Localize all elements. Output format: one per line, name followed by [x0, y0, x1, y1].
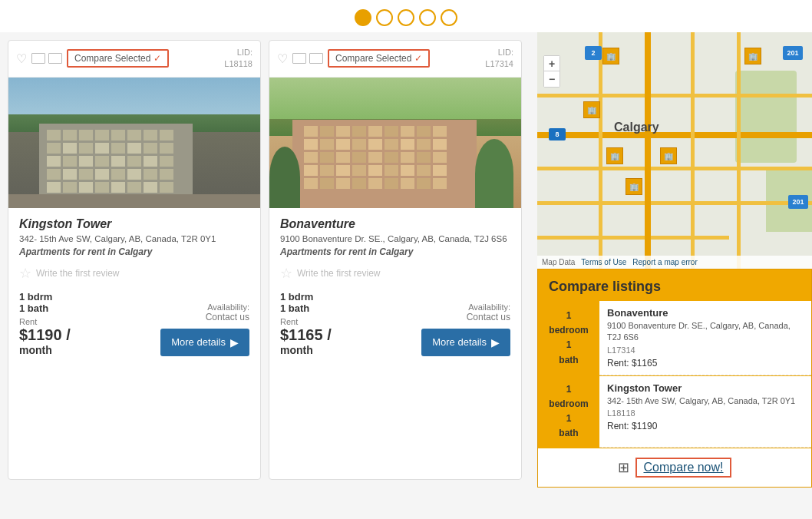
compare-panel: Compare listings 1 bedroom 1 bath Bonave… — [537, 269, 812, 488]
page-wrapper: ♡ Compare Selected ✓ LID: L18118 — [0, 0, 812, 488]
compare-selected-btn-1[interactable]: Compare Selected ✓ — [67, 49, 169, 68]
compare-lid-2: L18118 — [607, 408, 804, 418]
map-icon-1: 🏢 — [602, 48, 619, 64]
card-1-right: Availability: Contact us More details ▶ — [160, 302, 249, 356]
listing-card-1: ♡ Compare Selected ✓ LID: L18118 — [8, 40, 261, 480]
right-panel: Calgary 🏢 🏢 🏢 🏢 🏢 🏢 8 201 201 2 + — [537, 32, 812, 488]
road-badge-2: 2 — [585, 46, 602, 60]
card-2-contact[interactable]: Contact us — [421, 312, 510, 322]
listing-card-2: ♡ Compare Selected ✓ LID: L17314 — [269, 40, 522, 480]
map-icon-6: 🏢 — [626, 178, 642, 195]
card-2-footer: 1 bdrm 1 bath Rent $1165 / month Availab… — [269, 291, 521, 356]
icon-compare-2[interactable] — [309, 53, 323, 64]
compare-badge-1: 1 bedroom 1 bath — [538, 301, 599, 375]
card-2-price: 1 bdrm 1 bath Rent $1165 / month — [280, 291, 332, 356]
compare-addr-2: 342- 15th Ave SW, Calgary, AB, Canada, T… — [607, 395, 804, 407]
card-1-price-value: $1190 / month — [19, 326, 71, 356]
road-badge-201: 201 — [788, 195, 808, 209]
map-icon-2: 🏢 — [744, 48, 761, 64]
map-icon-4: 🏢 — [606, 147, 623, 164]
card-1-image — [8, 78, 260, 208]
map-zoom-controls: + − — [543, 55, 560, 88]
road-badge-201b: 201 — [783, 46, 803, 60]
pag-dot-5[interactable] — [441, 9, 457, 26]
map-data-label: Map Data — [542, 258, 575, 266]
heart-icon-1[interactable]: ♡ — [16, 51, 27, 66]
heart-icon-2[interactable]: ♡ — [277, 51, 288, 66]
pag-dot-2[interactable] — [376, 9, 393, 26]
compare-selected-btn-2[interactable]: Compare Selected ✓ — [328, 49, 430, 68]
card-2-right: Availability: Contact us More details ▶ — [421, 302, 510, 356]
map-background: Calgary 🏢 🏢 🏢 🏢 🏢 🏢 8 201 201 2 + — [537, 32, 812, 269]
card-1-footer: 1 bdrm 1 bath Rent $1190 / month Availab… — [8, 291, 260, 356]
card-1-name: Kingston Tower — [19, 217, 249, 231]
map-area: Calgary 🏢 🏢 🏢 🏢 🏢 🏢 8 201 201 2 + — [537, 32, 812, 269]
card-1-rent-label: Rent — [19, 317, 71, 326]
icon-share-2[interactable] — [292, 53, 306, 64]
map-icon-5: 🏢 — [660, 147, 677, 164]
compare-info-2: Kingston Tower 342- 15th Ave SW, Calgary… — [599, 376, 811, 448]
lid-2: LID: L17314 — [485, 47, 513, 71]
compare-addr-1: 9100 Bonaventure Dr. SE., Calgary, AB, C… — [607, 320, 804, 344]
compare-name-2: Kingston Tower — [607, 382, 804, 394]
compare-now-link[interactable]: Compare now! — [635, 458, 731, 478]
card-2-image — [269, 78, 521, 208]
card-1-contact[interactable]: Contact us — [160, 312, 249, 322]
card-1-address: 342- 15th Ave SW, Calgary, AB, Canada, T… — [19, 234, 249, 243]
card-1-review: ☆ Write the first review — [19, 265, 249, 282]
compare-info-1: Bonaventure 9100 Bonaventure Dr. SE., Ca… — [599, 301, 811, 375]
card-1-bdrm: 1 bdrm 1 bath — [19, 291, 71, 314]
map-zoom-in[interactable]: + — [544, 56, 559, 71]
card-2-address: 9100 Bonaventure Dr. SE., Calgary, AB, C… — [280, 234, 510, 243]
map-report-link[interactable]: Report a map error — [632, 258, 697, 266]
map-terms-link[interactable]: Terms of Use — [581, 258, 626, 266]
card-2-toolbar: ♡ Compare Selected ✓ LID: L17314 — [269, 41, 521, 78]
map-city-label: Calgary — [614, 121, 659, 134]
more-details-btn-2[interactable]: More details ▶ — [421, 329, 510, 356]
card-1-avail: Availability: — [160, 302, 249, 312]
review-text-2: Write the first review — [297, 268, 380, 279]
card-2-type: Apartments for rent in Calgary — [280, 246, 510, 257]
review-text-1: Write the first review — [36, 268, 119, 279]
compare-rent-1: Rent: $1165 — [607, 358, 804, 369]
card-1-price: 1 bdrm 1 bath Rent $1190 / month — [19, 291, 71, 356]
compare-item-1: 1 bedroom 1 bath Bonaventure 9100 Bonave… — [538, 301, 811, 375]
cards-area: ♡ Compare Selected ✓ LID: L18118 — [0, 32, 537, 488]
pagination-circles — [355, 9, 457, 26]
card-1-toolbar: ♡ Compare Selected ✓ LID: L18118 — [8, 41, 260, 78]
compare-now-icon: ⊞ — [618, 459, 629, 476]
card-2-review: ☆ Write the first review — [280, 265, 510, 282]
compare-check-icon-2: ✓ — [414, 53, 422, 64]
card-1-icons — [31, 53, 62, 64]
compare-selected-label-1: Compare Selected — [74, 53, 150, 64]
pag-dot-4[interactable] — [419, 9, 436, 26]
arrow-icon-1: ▶ — [230, 336, 239, 349]
map-zoom-out[interactable]: − — [544, 71, 559, 87]
arrow-icon-2: ▶ — [491, 336, 500, 349]
card-1-body: Kingston Tower 342- 15th Ave SW, Calgary… — [8, 208, 260, 282]
card-2-name: Bonaventure — [280, 217, 510, 231]
main-layout: ♡ Compare Selected ✓ LID: L18118 — [0, 32, 812, 488]
compare-now-section: ⊞ Compare now! — [538, 448, 811, 487]
card-2-price-value: $1165 / month — [280, 326, 332, 356]
compare-panel-header: Compare listings — [538, 269, 811, 301]
pagination-bar — [0, 0, 812, 32]
card-1-type: Apartments for rent in Calgary — [19, 246, 249, 257]
compare-badge-2: 1 bedroom 1 bath — [538, 376, 599, 448]
pag-dot-1[interactable] — [355, 9, 371, 26]
pag-dot-3[interactable] — [398, 9, 414, 26]
star-icon-1[interactable]: ☆ — [19, 265, 31, 282]
star-icon-2[interactable]: ☆ — [280, 265, 292, 282]
lid-1: LID: L18118 — [224, 47, 253, 71]
more-details-btn-1[interactable]: More details ▶ — [160, 329, 249, 356]
icon-compare-1[interactable] — [48, 53, 62, 64]
compare-item-2: 1 bedroom 1 bath Kingston Tower 342- 15t… — [538, 376, 811, 448]
icon-share-1[interactable] — [31, 53, 45, 64]
compare-rent-2: Rent: $1190 — [607, 421, 804, 431]
card-2-body: Bonaventure 9100 Bonaventure Dr. SE., Ca… — [269, 208, 521, 282]
map-icon-3: 🏢 — [583, 101, 600, 118]
card-2-rent-label: Rent — [280, 317, 332, 326]
card-2-icons — [292, 53, 323, 64]
compare-lid-1: L17314 — [607, 345, 804, 355]
map-footer: Map Data Terms of Use Report a map error — [537, 256, 812, 269]
